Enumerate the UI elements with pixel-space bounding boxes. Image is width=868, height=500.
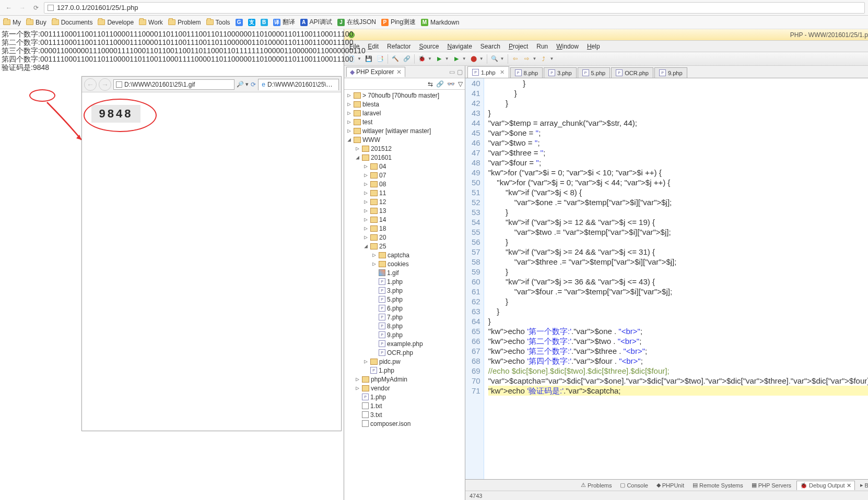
bottom-tab[interactable]: ▸Br xyxy=(857,481,868,490)
tree-twisty[interactable]: ▷ xyxy=(363,207,369,214)
tree-twisty[interactable]: ▷ xyxy=(346,92,352,99)
bookmark-item[interactable]: MMarkdown xyxy=(421,19,459,26)
run-ext-icon[interactable]: ▶ xyxy=(452,55,461,63)
tree-item[interactable]: P8.php xyxy=(344,322,465,330)
code-line[interactable]: "kw">if ("var">$j >= 36 && "var">$j <= 4… xyxy=(488,277,868,287)
tree-item[interactable]: 1.txt xyxy=(344,401,465,410)
code-line[interactable]: "kw">echo '验证码是:'."var">$captcha; xyxy=(488,386,868,396)
code-line[interactable]: "var">$one .= "var">$temp["var">$i]["var… xyxy=(488,197,868,207)
tree-item[interactable]: ▷cookies xyxy=(344,259,465,268)
tree-twisty[interactable]: ▷ xyxy=(363,181,369,187)
bookmark-item[interactable]: Work xyxy=(139,19,163,26)
tree-item[interactable]: ▷04 xyxy=(344,162,465,171)
tree-twisty[interactable]: ▷ xyxy=(371,252,377,258)
code-line[interactable]: //echo $dic[$one].$dic[$two].$dic[$three… xyxy=(488,366,868,376)
close-icon[interactable]: ✕ xyxy=(500,69,505,76)
code-line[interactable]: "kw">if ("var">$j < 8) { xyxy=(488,187,868,197)
code-line[interactable]: "var">$three .= "var">$temp["var">$i]["v… xyxy=(488,257,868,267)
bottom-tab[interactable]: ▦PHP Servers xyxy=(748,481,794,490)
close-icon[interactable]: ✕ xyxy=(847,482,851,489)
code-line[interactable]: "var">$temp = array_chunk("var">$str, 44… xyxy=(488,118,868,128)
bookmark-item[interactable]: G xyxy=(236,19,243,26)
code-line[interactable]: "kw">for ("var">$j = 0; "var">$j < 44; "… xyxy=(488,177,868,187)
link-editor-icon[interactable]: 🔗 xyxy=(436,80,444,88)
tree-item[interactable]: ▷07 xyxy=(344,171,465,180)
tree-item[interactable]: composer.ison xyxy=(344,419,465,428)
tree-item[interactable]: POCR.php xyxy=(344,348,465,357)
forward-button[interactable]: → xyxy=(17,2,28,14)
save-all-icon[interactable]: 📑 xyxy=(376,55,384,63)
bottom-tab[interactable]: ▤Remote Systems xyxy=(689,481,746,490)
ie-search-dropdown[interactable]: 🔎 ▾ xyxy=(237,81,249,88)
code-content[interactable]: } } }}"var">$temp = array_chunk("var">$s… xyxy=(484,78,868,479)
bookmark-item[interactable]: 支 xyxy=(248,19,255,26)
ie-address-bar[interactable]: D:\WWW\201601\25\1.gif xyxy=(113,79,234,90)
bookmark-item[interactable]: Tools xyxy=(206,19,230,26)
bookmark-item[interactable]: Buy xyxy=(26,19,46,26)
build-icon[interactable]: 🔨 xyxy=(391,55,400,63)
profile-icon[interactable]: ⬤ xyxy=(470,55,478,63)
code-line[interactable]: "var">$captcha="var">$dic["var">$one]."v… xyxy=(488,376,868,386)
tree-item[interactable]: ◢25 xyxy=(344,242,465,251)
tree-item[interactable]: 3.txt xyxy=(344,410,465,419)
code-line[interactable]: } xyxy=(488,316,868,326)
menu-project[interactable]: Project xyxy=(506,42,531,51)
ie-refresh-button[interactable]: ⟳ xyxy=(251,81,256,88)
tree-item[interactable]: ▷14 xyxy=(344,215,465,224)
explorer-minimize-icon[interactable]: ▭ xyxy=(449,68,455,76)
bookmark-item[interactable]: J在线JSON xyxy=(337,18,376,27)
editor-tab[interactable]: P3.php xyxy=(544,67,577,78)
tree-item[interactable]: ▷08 xyxy=(344,180,465,188)
menu-window[interactable]: Window xyxy=(553,42,582,51)
tree-twisty[interactable]: ▷ xyxy=(346,127,352,134)
editor-tab[interactable]: P9.php xyxy=(654,67,687,78)
bookmark-item[interactable]: 译翻译 xyxy=(273,18,295,27)
bookmark-item[interactable]: Develope xyxy=(98,19,134,26)
search-icon[interactable]: 🔍 xyxy=(490,55,499,63)
tree-item[interactable]: P3.php xyxy=(344,286,465,295)
explorer-tab[interactable]: ◆ PHP Explorer ✕ xyxy=(346,67,405,77)
bookmark-item[interactable]: Problem xyxy=(168,19,201,26)
tree-twisty[interactable]: ▷ xyxy=(346,118,352,125)
code-line[interactable]: } xyxy=(488,88,868,98)
tree-item[interactable]: ▷captcha xyxy=(344,251,465,259)
code-line[interactable]: "kw">echo '第四个数字:'."var">$four . "<br>"; xyxy=(488,356,868,366)
nav-fwd-icon[interactable]: ⇨ xyxy=(523,55,531,63)
collapse-all-icon[interactable]: ⇆ xyxy=(428,80,433,88)
code-line[interactable]: } xyxy=(488,237,868,247)
tree-item[interactable]: P9.php xyxy=(344,330,465,339)
project-tree[interactable]: ▷> 70houfb [70houfb master]▷blesta▷larav… xyxy=(344,90,465,500)
code-line[interactable]: "var">$four .= "var">$temp["var">$i]["va… xyxy=(488,287,868,296)
nav-back-icon[interactable]: ⇦ xyxy=(511,55,520,63)
tree-twisty[interactable]: ▷ xyxy=(363,358,369,365)
tree-item[interactable]: ▷laravel xyxy=(344,109,465,117)
menu-search[interactable]: Search xyxy=(477,42,503,51)
menu-source[interactable]: Source xyxy=(416,42,442,51)
bookmark-item[interactable]: AAPI调试 xyxy=(300,18,332,27)
tree-twisty[interactable]: ◢ xyxy=(355,154,360,161)
editor-tab[interactable]: P8.php xyxy=(510,67,543,78)
menu-edit[interactable]: Edit xyxy=(365,42,382,51)
tree-item[interactable]: 1.gif xyxy=(344,268,465,277)
tree-twisty[interactable]: ▷ xyxy=(355,145,360,152)
code-line[interactable]: } xyxy=(488,267,868,277)
tree-item[interactable]: ▷201512 xyxy=(344,144,465,153)
tree-twisty[interactable]: ◢ xyxy=(346,136,352,143)
tree-item[interactable]: ▷12 xyxy=(344,197,465,206)
tree-item[interactable]: P1.php xyxy=(344,366,465,375)
tree-twisty[interactable]: ▷ xyxy=(363,198,369,205)
tree-item[interactable]: ▷vendor xyxy=(344,384,465,392)
bookmark-item[interactable]: Documents xyxy=(52,19,93,26)
tree-twisty[interactable]: ▷ xyxy=(363,225,369,232)
bookmark-item[interactable]: PPing测速 xyxy=(381,18,416,27)
menu-run[interactable]: Run xyxy=(533,42,551,51)
bottom-tab[interactable]: ▢Console xyxy=(617,481,651,490)
debug-icon[interactable]: 🐞 xyxy=(418,55,426,63)
address-bar[interactable]: 127.0.0.1/201601/25/1.php xyxy=(44,2,865,14)
focus-icon[interactable]: 👓 xyxy=(447,80,455,88)
tree-item[interactable]: ▷test xyxy=(344,117,465,126)
bottom-tab[interactable]: ◆PHPUnit xyxy=(653,481,687,490)
tree-item[interactable]: ▷pidc.pw xyxy=(344,357,465,366)
link-icon[interactable]: 🔗 xyxy=(403,55,411,63)
code-line[interactable]: "kw">if ("var">$j >= 24 && "var">$j <= 3… xyxy=(488,247,868,257)
